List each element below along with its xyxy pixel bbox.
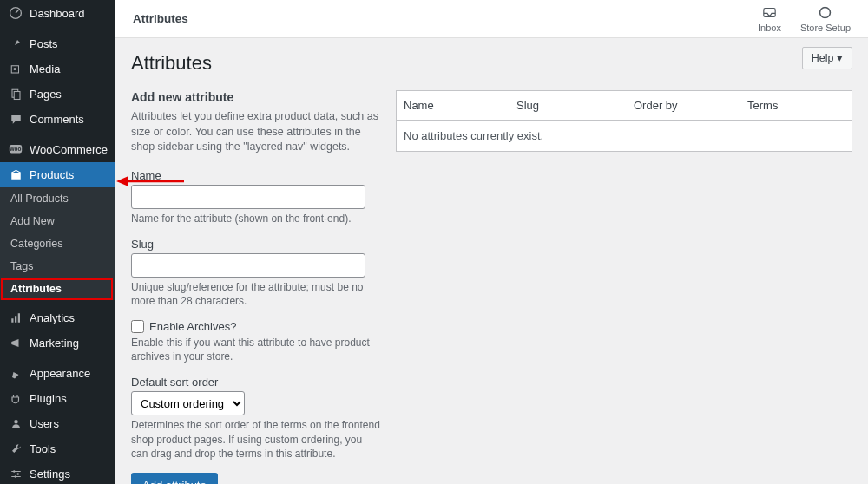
enable-archives-help: Enable this if you want this attribute t… <box>131 336 380 363</box>
sidebar-item-label: Pages <box>30 88 62 101</box>
products-icon <box>8 168 23 181</box>
sidebar-item-label: Media <box>30 62 60 75</box>
sidebar-item-comments[interactable]: Comments <box>0 107 115 132</box>
col-orderby[interactable]: Order by <box>627 91 740 120</box>
marketing-icon <box>8 337 23 350</box>
svg-text:woo: woo <box>10 146 22 152</box>
sort-order-select[interactable]: Custom ordering <box>131 391 245 415</box>
comments-icon <box>8 113 23 126</box>
sidebar-item-label: Products <box>30 168 74 181</box>
sidebar-item-label: Marketing <box>30 337 79 350</box>
attributes-table: Name Slug Order by Terms No attributes c… <box>396 90 852 152</box>
woocommerce-icon: woo <box>8 144 23 155</box>
plugins-icon <box>8 392 23 405</box>
sort-order-label: Default sort order <box>131 376 380 389</box>
analytics-icon <box>8 311 23 324</box>
appearance-icon <box>8 367 23 380</box>
sidebar-item-appearance[interactable]: Appearance <box>0 361 115 386</box>
sidebar-item-label: Dashboard <box>30 7 85 20</box>
media-icon <box>8 62 23 75</box>
sidebar-item-plugins[interactable]: Plugins <box>0 386 115 411</box>
pages-icon <box>8 88 23 101</box>
users-icon <box>8 417 23 430</box>
sidebar-item-label: Settings <box>30 468 70 481</box>
sidebar-item-label: Appearance <box>30 367 90 380</box>
svg-rect-7 <box>11 173 21 180</box>
sidebar-item-woocommerce[interactable]: woo WooCommerce <box>0 137 115 162</box>
sidebar-item-label: Analytics <box>30 311 75 324</box>
settings-icon <box>8 468 23 481</box>
svg-rect-8 <box>11 318 13 323</box>
page-title: Attributes <box>131 52 852 75</box>
form-intro: Attributes let you define extra product … <box>131 109 380 155</box>
sidebar-item-label: Comments <box>30 113 84 126</box>
svg-point-2 <box>13 68 16 70</box>
sidebar-item-label: WooCommerce <box>30 143 108 156</box>
col-terms[interactable]: Terms <box>740 91 852 120</box>
sidebar-subitem-add-new[interactable]: Add New <box>0 210 115 232</box>
svg-point-19 <box>820 8 831 18</box>
pin-icon <box>8 37 23 50</box>
sidebar-item-analytics[interactable]: Analytics <box>0 305 115 330</box>
help-dropdown[interactable]: Help ▾ <box>802 47 852 69</box>
sidebar-item-label: Tools <box>30 442 56 455</box>
add-attribute-button[interactable]: Add attribute <box>131 473 218 484</box>
table-empty-message: No attributes currently exist. <box>397 121 852 151</box>
svg-point-11 <box>14 420 18 424</box>
inbox-button[interactable]: Inbox <box>758 5 781 33</box>
sidebar-item-media[interactable]: Media <box>0 56 115 82</box>
sidebar-item-pages[interactable]: Pages <box>0 82 115 107</box>
svg-point-16 <box>16 473 18 474</box>
svg-rect-4 <box>14 92 20 100</box>
enable-archives-checkbox[interactable] <box>131 320 144 333</box>
table-header-row: Name Slug Order by Terms <box>397 91 852 121</box>
store-setup-label: Store Setup <box>800 23 851 33</box>
sidebar-item-posts[interactable]: Posts <box>0 31 115 56</box>
sidebar-item-users[interactable]: Users <box>0 411 115 436</box>
svg-rect-9 <box>15 316 16 323</box>
tools-icon <box>8 442 23 455</box>
sidebar-subitem-all-products[interactable]: All Products <box>0 187 115 210</box>
sidebar-subitem-tags[interactable]: Tags <box>0 255 115 278</box>
inbox-icon <box>761 5 777 21</box>
inbox-label: Inbox <box>758 23 781 33</box>
slug-input[interactable] <box>131 253 365 278</box>
sidebar-item-label: Users <box>30 417 59 430</box>
setup-progress-icon <box>818 5 833 21</box>
dashboard-icon <box>8 6 23 20</box>
admin-sidebar: Dashboard Posts Media Pages Comments woo… <box>0 0 115 484</box>
name-help: Name for the attribute (shown on the fro… <box>131 212 380 226</box>
col-name[interactable]: Name <box>397 91 510 120</box>
sidebar-item-label: Posts <box>30 37 58 50</box>
col-slug[interactable]: Slug <box>510 91 627 120</box>
svg-rect-10 <box>17 313 19 323</box>
sidebar-item-settings[interactable]: Settings <box>0 461 115 484</box>
topbar: Attributes Inbox Store Setup <box>115 0 868 38</box>
enable-archives-label: Enable Archives? <box>149 320 236 333</box>
name-input[interactable] <box>131 185 365 209</box>
topbar-title: Attributes <box>133 12 188 25</box>
sidebar-item-tools[interactable]: Tools <box>0 436 115 461</box>
sidebar-item-marketing[interactable]: Marketing <box>0 330 115 356</box>
sidebar-item-products[interactable]: Products <box>0 162 115 187</box>
slug-help: Unique slug/reference for the attribute;… <box>131 280 380 308</box>
form-heading: Add new attribute <box>131 90 380 104</box>
store-setup-button[interactable]: Store Setup <box>800 5 851 33</box>
sidebar-subitem-categories[interactable]: Categories <box>0 232 115 255</box>
name-label: Name <box>131 169 380 182</box>
sidebar-subitem-attributes[interactable]: Attributes <box>0 278 115 300</box>
svg-point-17 <box>14 475 16 477</box>
sidebar-item-dashboard[interactable]: Dashboard <box>0 0 115 26</box>
svg-point-15 <box>13 470 15 472</box>
add-attribute-form: Add new attribute Attributes let you def… <box>131 90 380 484</box>
sidebar-item-label: Plugins <box>30 392 67 405</box>
sort-order-help: Determines the sort order of the terms o… <box>131 418 380 461</box>
slug-label: Slug <box>131 238 380 251</box>
